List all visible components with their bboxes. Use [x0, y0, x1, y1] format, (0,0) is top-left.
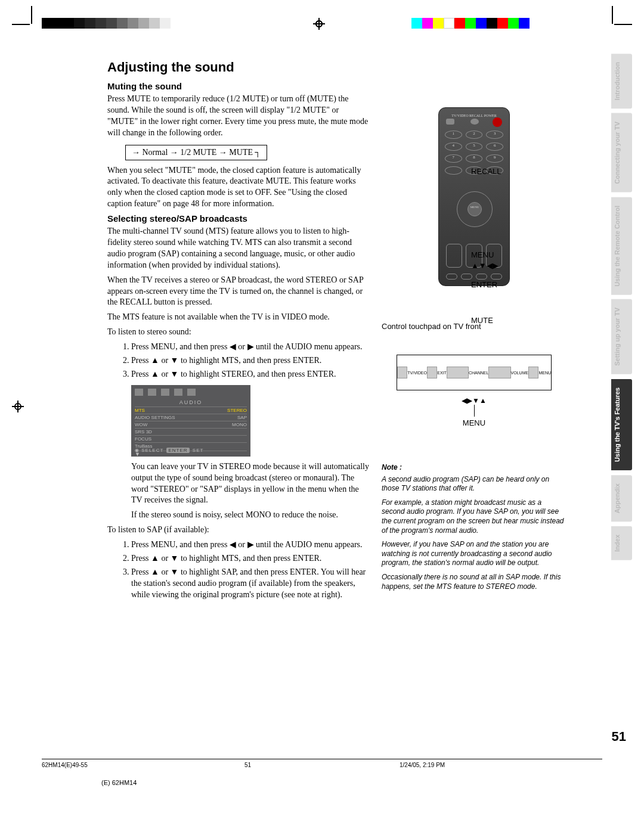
tab-index[interactable]: Index [611, 526, 632, 560]
touchpad-illustration: TV/VIDEO EXIT CHANNEL VOLUME MENU [397, 355, 552, 390]
audio-menu-screenshot: AUDIO MTSSTEREO AUDIO SETTINGSSAP WOWMON… [131, 385, 250, 457]
stereo-p3: The MTS feature is not available when th… [107, 312, 370, 323]
listen-sap-label: To listen to SAP (if available): [107, 525, 370, 536]
sap-step: Press ▲ or ▼ to highlight MTS, and then … [131, 553, 370, 564]
sap-step: Press MENU, and then press ◀ or ▶ until … [131, 539, 370, 551]
page-number: 51 [612, 729, 626, 744]
mute-label: MUTE [471, 316, 493, 325]
note-title: Note : [382, 463, 566, 473]
registration-mark-left [12, 401, 24, 412]
stereo-after1: You can leave your TV in STEREO mode bec… [131, 461, 370, 507]
footer-model: (E) 62HM14 [101, 779, 137, 786]
note-p3: However, if you have SAP on and the stat… [382, 540, 566, 568]
stereo-heading: Selecting stereo/SAP broadcasts [107, 213, 370, 224]
menu-label: MENU [471, 250, 494, 259]
stereo-step: Press ▲ or ▼ to highlight MTS, and then … [131, 355, 370, 367]
color-bar [411, 18, 530, 29]
stereo-step: Press MENU, and then press ◀ or ▶ until … [131, 342, 370, 353]
muting-p1: Press MUTE to temporarily reduce (1/2 MU… [107, 94, 370, 139]
muting-heading: Muting the sound [107, 81, 370, 91]
tab-remote[interactable]: Using the Remote Control [611, 197, 632, 295]
stereo-after2: If the stereo sound is noisy, select MON… [131, 510, 370, 521]
remote-illustration: TV/VIDEO RECALL POWER 1 2 3 4 5 6 7 8 9 … [438, 107, 510, 286]
listen-stereo-label: To listen to stereo sound: [107, 327, 370, 338]
footer-filename: 62HM14(E)49-55 [42, 762, 244, 768]
grayscale-bar [42, 18, 171, 29]
note-block: Note : A second audio program (SAP) can … [382, 463, 566, 591]
stereo-p2: When the TV receives a stereo or SAP bro… [107, 275, 370, 309]
stereo-step: Press ▲ or ▼ to highlight STEREO, and th… [131, 369, 370, 380]
mute-flow-diagram: → Normal → 1/2 MUTE → MUTE ┐ [125, 145, 267, 160]
arrows-label: ▲▼◀▶ [471, 261, 499, 270]
registration-mark-bottom [313, 18, 325, 30]
footer-page: 51 [244, 762, 304, 768]
touchpad-arrows: ◀▶▼▲ MENU [382, 396, 566, 427]
main-column: Adjusting the sound Muting the sound Pre… [107, 60, 370, 603]
sap-step: Press ▲ or ▼ to highlight SAP, and then … [131, 567, 370, 601]
muting-p2: When you select "MUTE" mode, the closed … [107, 165, 370, 210]
note-p4: Occasionally there is no sound at all in… [382, 573, 566, 591]
footer: 62HM14(E)49-55 51 1/24/05, 2:19 PM [42, 759, 602, 768]
enter-label: ENTER [471, 280, 497, 289]
tab-setting-up[interactable]: Setting up your TV [611, 299, 632, 374]
page-title: Adjusting the sound [107, 60, 370, 75]
stereo-p1: The multi-channel TV sound (MTS) feature… [107, 226, 370, 271]
stereo-steps: Press MENU, and then press ◀ or ▶ until … [131, 342, 370, 380]
tab-features[interactable]: Using the TV's Features [611, 379, 632, 470]
tab-introduction[interactable]: Introduction [611, 54, 632, 108]
footer-timestamp: 1/24/05, 2:19 PM [304, 762, 602, 768]
section-tabs: Introduction Connecting your TV Using th… [611, 54, 632, 560]
recall-label: RECALL [471, 167, 501, 176]
note-p1: A second audio program (SAP) can be hear… [382, 475, 566, 494]
tab-connecting[interactable]: Connecting your TV [611, 113, 632, 193]
sap-steps: Press MENU, and then press ◀ or ▶ until … [131, 539, 370, 600]
page-content: Adjusting the sound Muting the sound Pre… [107, 60, 584, 603]
note-p2: For example, a station might broadcast m… [382, 498, 566, 535]
tab-appendix[interactable]: Appendix [611, 475, 632, 522]
menu-title: AUDIO [135, 399, 247, 405]
side-column: TV/VIDEO RECALL POWER 1 2 3 4 5 6 7 8 9 … [382, 60, 566, 603]
